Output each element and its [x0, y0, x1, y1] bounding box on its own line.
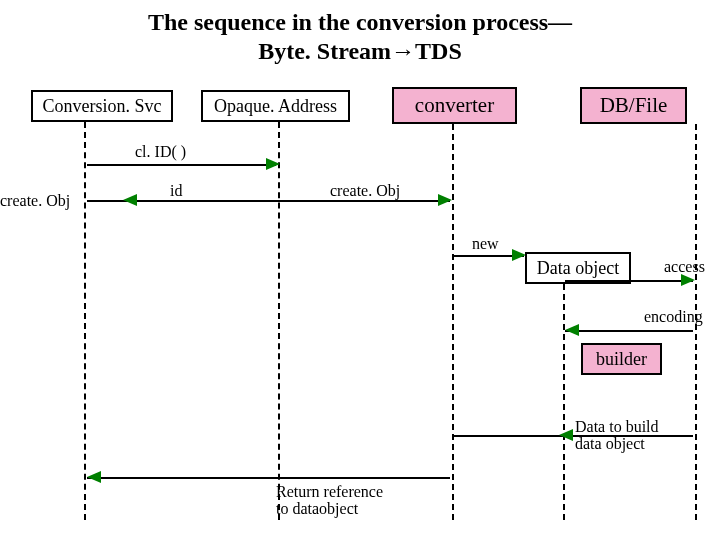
lifeline-data-object: [563, 284, 565, 520]
title-line-2: Byte. Stream→TDS: [0, 37, 720, 66]
label-data-build2: data object: [575, 435, 645, 453]
box-db-file: DB/File: [580, 87, 687, 124]
svg-marker-2: [438, 194, 452, 206]
arrow-data-build: [559, 429, 573, 441]
label-encoding: encoding: [644, 308, 703, 326]
msg-id-return-line: [87, 200, 450, 202]
label-builder: builder: [596, 349, 647, 370]
diagram-title: The sequence in the conversion process— …: [0, 0, 720, 66]
label-return2: to dataobject: [276, 500, 358, 518]
label-create-obj-mid: create. Obj: [330, 182, 400, 200]
label-new: new: [472, 235, 499, 253]
label-converter: converter: [415, 93, 494, 118]
arrow-clid: [266, 158, 280, 170]
svg-marker-0: [266, 158, 280, 170]
label-data-object: Data object: [537, 258, 619, 279]
box-converter: converter: [392, 87, 517, 124]
label-access: access: [664, 258, 705, 276]
box-conversion-svc: Conversion. Svc: [31, 90, 173, 122]
label-return1: Return reference: [276, 483, 383, 501]
label-opaque-address: Opaque. Address: [214, 96, 337, 117]
arrow-return: [87, 471, 101, 483]
svg-marker-1: [123, 194, 137, 206]
svg-marker-3: [512, 249, 526, 261]
svg-marker-7: [87, 471, 101, 483]
arrow-encoding: [565, 324, 579, 336]
label-id: id: [170, 182, 182, 200]
label-conversion-svc: Conversion. Svc: [43, 96, 162, 117]
lifeline-opaque-address: [278, 122, 280, 520]
lifeline-converter: [452, 124, 454, 520]
box-opaque-address: Opaque. Address: [201, 90, 350, 122]
msg-encoding-line: [565, 330, 693, 332]
label-data-build1: Data to build: [575, 418, 659, 436]
label-db-file: DB/File: [600, 93, 668, 118]
title-line-1: The sequence in the conversion process—: [0, 8, 720, 37]
arrow-new: [512, 249, 526, 261]
arrow-create-converter: [438, 194, 452, 206]
label-clid: cl. ID( ): [135, 143, 186, 161]
label-create-obj-left: create. Obj: [0, 192, 70, 210]
msg-return-line: [87, 477, 450, 479]
msg-access-line: [565, 280, 693, 282]
msg-clid-line: [87, 164, 276, 166]
arrow-id-return: [123, 194, 137, 206]
svg-marker-5: [565, 324, 579, 336]
box-builder: builder: [581, 343, 662, 375]
lifeline-conversion-svc: [84, 122, 86, 520]
svg-marker-6: [559, 429, 573, 441]
